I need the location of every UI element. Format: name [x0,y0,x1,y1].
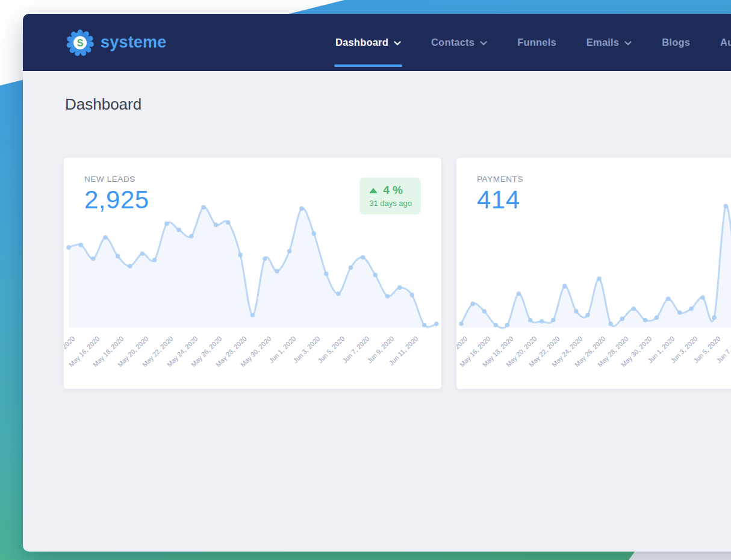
nav-item-label: Automations [720,37,731,48]
trend-badge: 4 % 31 days ago [359,178,421,214]
triangle-up-icon [369,188,378,193]
nav-item-dashboard[interactable]: Dashboard [335,14,401,71]
chart-area-fill [69,207,437,328]
nav-item-automations[interactable]: Automations [720,14,731,71]
nav-item-label: Funnels [517,37,556,48]
nav-item-emails[interactable]: Emails [586,14,632,71]
card-label: NEW LEADS [84,175,149,184]
page-content: Dashboard NEW LEADS 2,925 4 % 31 days ag… [23,71,731,552]
chevron-down-icon [394,41,401,46]
nav-item-label: Blogs [662,37,690,48]
nav-item-label: Emails [586,37,619,48]
card-value: 2,925 [84,185,149,214]
app-window: S systeme DashboardContactsFunnelsEmails… [23,14,731,552]
brand-logo[interactable]: S systeme [66,29,166,57]
card-label: PAYMENTS [477,175,523,184]
chevron-down-icon [624,41,632,46]
brand-name: systeme [101,33,166,52]
nav-item-blogs[interactable]: Blogs [662,14,690,71]
nav-item-label: Contacts [431,37,474,48]
card-new-leads: NEW LEADS 2,925 4 % 31 days ago May 14, … [64,158,441,389]
main-nav: DashboardContactsFunnelsEmailsBlogsAutom… [335,14,731,71]
nav-item-contacts[interactable]: Contacts [431,14,487,71]
nav-item-funnels[interactable]: Funnels [517,14,556,71]
card-value: 414 [477,185,523,214]
top-navbar: S systeme DashboardContactsFunnelsEmails… [23,14,731,71]
gear-s-logo-icon: S [66,29,94,57]
trend-percent: 4 % [383,184,403,197]
chevron-down-icon [480,41,487,46]
trend-period: 31 days ago [369,199,412,208]
nav-item-label: Dashboard [335,37,388,48]
stat-cards-row: NEW LEADS 2,925 4 % 31 days ago May 14, … [64,158,731,389]
svg-text:S: S [77,38,84,48]
card-payments: PAYMENTS 414 May 14, 2020May 16, 2020May… [456,158,731,389]
page-title: Dashboard [65,95,731,114]
